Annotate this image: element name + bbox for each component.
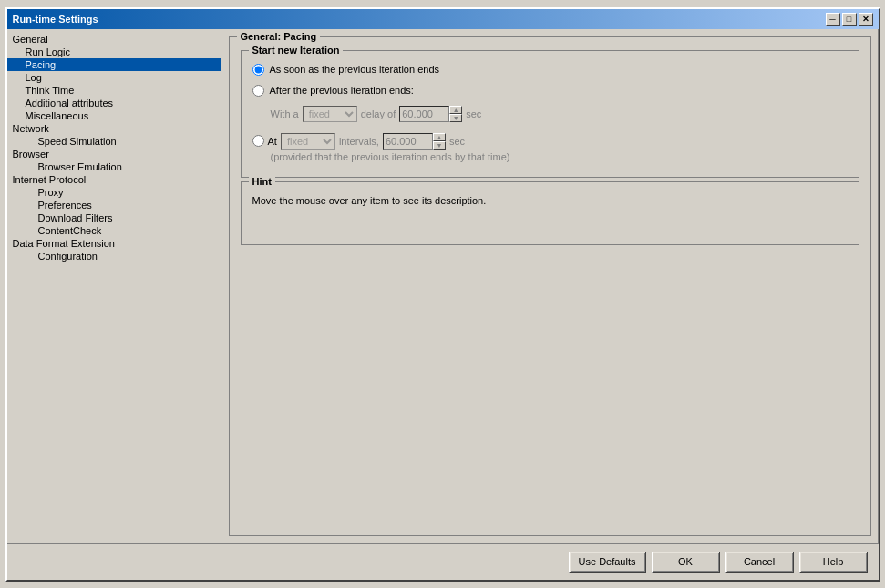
radio3-intervals-label: intervals,: [339, 136, 379, 147]
radio2-spin-up[interactable]: ▲: [449, 106, 462, 114]
radio2-delay-label: delay of: [361, 108, 396, 119]
radio3-value-input[interactable]: [383, 133, 433, 150]
tree-item-additional-attributes[interactable]: Additional attributes: [7, 97, 221, 109]
minimize-button[interactable]: ─: [826, 13, 840, 26]
main-panel: General: Pacing Start new Iteration As s…: [221, 29, 879, 543]
radio3-note: (provided that the previous iteration en…: [271, 151, 510, 162]
tree-item-pacing[interactable]: Pacing: [7, 58, 221, 71]
tree-item-run-logic[interactable]: Run Logic: [7, 46, 221, 58]
tree-item-think-time[interactable]: Think Time: [7, 84, 221, 97]
radio3-fixed-select[interactable]: fixed: [281, 133, 335, 150]
radio2-spin: ▲ ▼: [399, 106, 462, 122]
hint-text: Move the mouse over any item to see its …: [252, 195, 487, 206]
radio2-sub-row: With a fixed delay of ▲ ▼: [271, 106, 848, 122]
radio3-spin-buttons: ▲ ▼: [433, 133, 446, 150]
tree-item-general[interactable]: General: [7, 33, 221, 46]
hint-group-title: Hint: [249, 176, 275, 187]
pacing-group-title: General: Pacing: [237, 31, 321, 42]
tree-item-browser[interactable]: Browser: [7, 148, 221, 160]
tree-item-internet-protocol[interactable]: Internet Protocol: [7, 173, 221, 186]
radio1-input[interactable]: [252, 64, 264, 76]
window-content: GeneralRun LogicPacingLogThink TimeAddit…: [7, 29, 879, 543]
radio2-value-input[interactable]: [399, 106, 449, 122]
radio3-at-label[interactable]: At: [268, 136, 277, 147]
radio2-label[interactable]: After the previous iteration ends:: [270, 85, 414, 96]
radio2-sec-label: sec: [466, 108, 481, 119]
radio1-row: As soon as the previous iteration ends: [252, 64, 848, 76]
hint-group-content: Move the mouse over any item to see its …: [242, 182, 859, 215]
maximize-button[interactable]: □: [842, 13, 857, 26]
tree-item-miscellaneous[interactable]: Miscellaneous: [7, 109, 221, 122]
radio1-label[interactable]: As soon as the previous iteration ends: [270, 64, 440, 75]
radio3-spin: ▲ ▼: [383, 133, 446, 150]
pacing-group: General: Pacing Start new Iteration As s…: [229, 36, 871, 536]
tree-item-browser-emulation[interactable]: Browser Emulation: [7, 160, 221, 173]
radio2-input[interactable]: [252, 85, 264, 97]
radio2-spin-buttons: ▲ ▼: [449, 106, 462, 122]
radio3-row: At fixed intervals, ▲: [252, 133, 848, 162]
button-bar: Use Defaults OK Cancel Help: [7, 543, 879, 580]
radio3-spin-down[interactable]: ▼: [433, 141, 446, 150]
use-defaults-button[interactable]: Use Defaults: [569, 552, 646, 573]
cancel-button[interactable]: Cancel: [725, 552, 794, 573]
help-button[interactable]: Help: [799, 552, 868, 573]
iteration-group-title: Start new Iteration: [249, 45, 344, 56]
tree-item-contentcheck[interactable]: ContentCheck: [7, 224, 221, 237]
tree-item-data-format-extension[interactable]: Data Format Extension: [7, 237, 221, 250]
title-bar: Run-time Settings ─ □ ✕: [7, 9, 879, 29]
tree-item-download-filters[interactable]: Download Filters: [7, 211, 221, 224]
radio3-sec-label: sec: [449, 136, 465, 147]
ok-button[interactable]: OK: [652, 552, 720, 573]
tree-item-configuration[interactable]: Configuration: [7, 250, 221, 263]
tree-item-speed-simulation[interactable]: Speed Simulation: [7, 135, 221, 148]
radio2-with-label: With a: [271, 108, 299, 119]
radio2-fixed-select[interactable]: fixed: [303, 106, 357, 122]
radio2-spin-down[interactable]: ▼: [449, 114, 462, 122]
tree-panel: GeneralRun LogicPacingLogThink TimeAddit…: [7, 29, 221, 543]
tree-item-proxy[interactable]: Proxy: [7, 186, 221, 199]
pacing-group-content: Start new Iteration As soon as the previ…: [230, 37, 870, 254]
title-bar-buttons: ─ □ ✕: [826, 13, 873, 26]
radio3-inner: At fixed intervals, ▲: [252, 133, 466, 150]
tree-item-network[interactable]: Network: [7, 122, 221, 135]
radio2-row: After the previous iteration ends:: [252, 85, 848, 97]
tree-item-log[interactable]: Log: [7, 71, 221, 84]
main-window: Run-time Settings ─ □ ✕ GeneralRun Logic…: [5, 7, 880, 582]
iteration-group-content: As soon as the previous iteration ends A…: [242, 51, 859, 177]
iteration-group: Start new Iteration As soon as the previ…: [241, 50, 859, 178]
radio3-input[interactable]: [252, 135, 264, 147]
tree-item-preferences[interactable]: Preferences: [7, 199, 221, 211]
hint-group: Hint Move the mouse over any item to see…: [241, 181, 859, 245]
close-button[interactable]: ✕: [859, 13, 873, 26]
window-title: Run-time Settings: [13, 14, 98, 25]
radio3-spin-up[interactable]: ▲: [433, 133, 446, 141]
